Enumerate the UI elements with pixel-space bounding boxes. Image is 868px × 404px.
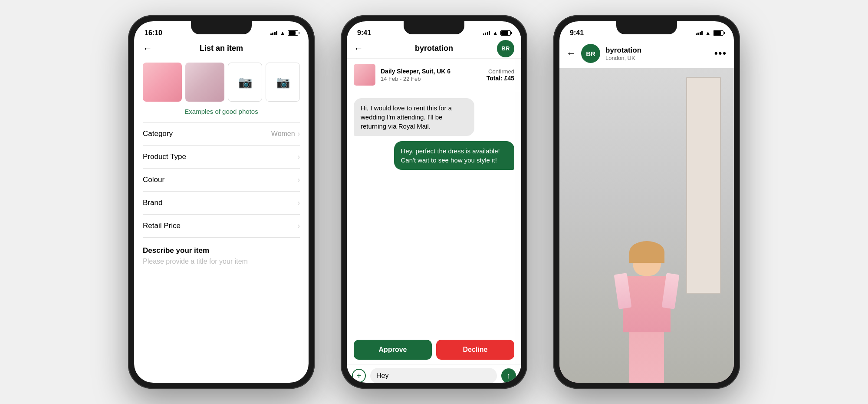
decline-button[interactable]: Decline [436,340,514,360]
booking-thumbnail [354,64,375,86]
chat-messages: Hi, I would love to rent this for a wedd… [347,91,521,335]
status-time-1: 16:10 [145,29,162,37]
person-torso [623,276,671,332]
photo-add-2[interactable]: 📷 [266,63,300,102]
booking-status-col: Confirmed Total: £45 [487,68,514,82]
retail-price-right: › [298,222,300,230]
camera-icon-1: 📷 [238,76,252,89]
chat-header: ← byrotation BR [347,40,521,58]
photo-add-1[interactable]: 📷 [228,63,262,102]
phone-2: 9:41 ▲ ← byrotation BR [341,15,527,389]
describe-title: Describe your item [143,246,300,255]
phone-1: 16:10 ▲ ← List an item [128,15,315,389]
phone-1-screen: 16:10 ▲ ← List an item [134,21,309,383]
describe-placeholder[interactable]: Please provide a title for your item [143,258,300,265]
booking-info: Daily Sleeper, Suit, UK 6 14 Feb - 22 Fe… [381,68,481,82]
brand-chevron: › [298,199,300,207]
notch-3 [616,21,677,34]
product-type-row[interactable]: Product Type › [134,146,309,168]
status-time-3: 9:41 [570,29,584,37]
notch-1 [191,21,252,34]
category-right: Women › [271,130,300,138]
status-icons-2: ▲ [483,30,511,36]
approve-button[interactable]: Approve [354,340,432,360]
good-photos-link[interactable]: Examples of good photos [134,105,309,122]
chat-content: ← byrotation BR Daily Sleeper, Suit, UK … [347,40,521,383]
product-type-chevron: › [298,153,300,161]
colour-label: Colour [143,176,164,184]
wifi-icon-2: ▲ [492,30,498,36]
chat-input-row: + ↑ [347,364,521,383]
phone-3-screen: 9:41 ▲ ← BR [559,21,734,383]
phone-3: 9:41 ▲ ← BR [553,15,740,389]
person-figure [623,245,671,383]
person-hair [629,241,664,263]
chat-send-button[interactable]: ↑ [501,368,516,383]
chat-add-button[interactable]: + [352,369,366,383]
booking-total: Total: £45 [487,75,514,82]
approve-decline-row: Approve Decline [347,335,521,364]
status-icons-1: ▲ [270,30,298,36]
person-legs [629,332,664,383]
category-row[interactable]: Category Women › [134,123,309,145]
photo-upload-grid: 📷 📷 [134,58,309,105]
profile-avatar: BR [581,44,600,63]
describe-section: Describe your item Please provide a titl… [134,238,309,265]
profile-image-area [559,68,734,383]
profile-username: byrotation [605,46,714,55]
notch-2 [404,21,464,34]
signal-icon-2 [483,31,490,35]
product-type-label: Product Type [143,152,186,161]
chat-avatar-text: BR [502,45,510,52]
camera-icon-2: 📷 [276,76,290,89]
back-button-1[interactable]: ← [143,43,152,54]
profile-avatar-text: BR [586,50,595,57]
signal-icon-1 [270,31,278,35]
profile-info: byrotation London, UK [605,46,714,61]
retail-price-chevron: › [298,222,300,230]
signal-icon-3 [696,31,703,35]
phone-2-screen: 9:41 ▲ ← byrotation BR [347,21,521,383]
colour-chevron: › [298,176,300,184]
chat-avatar-button[interactable]: BR [497,40,514,57]
category-label: Category [143,129,173,138]
retail-price-label: Retail Price [143,222,181,230]
photo-thumb-2[interactable] [185,63,224,102]
colour-right: › [298,176,300,184]
message-received-1: Hi, I would love to rent this for a wedd… [354,98,474,136]
booking-dates: 14 Feb - 22 Feb [381,76,481,82]
booking-card[interactable]: Daily Sleeper, Suit, UK 6 14 Feb - 22 Fe… [347,58,521,91]
chat-input-field[interactable] [370,368,497,383]
photo-thumb-1[interactable] [143,63,182,102]
profile-back-button[interactable]: ← [566,48,576,59]
person-head [633,245,661,276]
battery-icon-2 [500,30,511,36]
retail-price-row[interactable]: Retail Price › [134,215,309,237]
profile-header: ← BR byrotation London, UK ••• [559,40,734,68]
colour-row[interactable]: Colour › [134,169,309,191]
status-icons-3: ▲ [696,30,723,36]
product-type-right: › [298,153,300,161]
wifi-icon-3: ▲ [705,30,711,36]
category-value: Women [271,130,295,138]
page-title-1: List an item [200,44,243,53]
brand-label: Brand [143,199,162,207]
profile-more-button[interactable]: ••• [714,48,727,59]
profile-location: London, UK [605,55,714,61]
chat-back-button[interactable]: ← [354,43,363,54]
battery-icon-3 [713,30,723,36]
category-chevron: › [298,130,300,138]
chat-title: byrotation [415,44,453,53]
nav-header-1: ← List an item [134,40,309,58]
room-door [686,77,721,294]
battery-icon-1 [288,30,298,36]
profile-content: ← BR byrotation London, UK ••• [559,40,734,383]
booking-status: Confirmed [487,68,514,75]
brand-right: › [298,199,300,207]
wifi-icon-1: ▲ [279,30,286,36]
brand-row[interactable]: Brand › [134,192,309,214]
message-sent-1: Hey, perfect the dress is available! Can… [394,141,515,170]
booking-item-name: Daily Sleeper, Suit, UK 6 [381,68,481,75]
status-time-2: 9:41 [357,29,371,37]
